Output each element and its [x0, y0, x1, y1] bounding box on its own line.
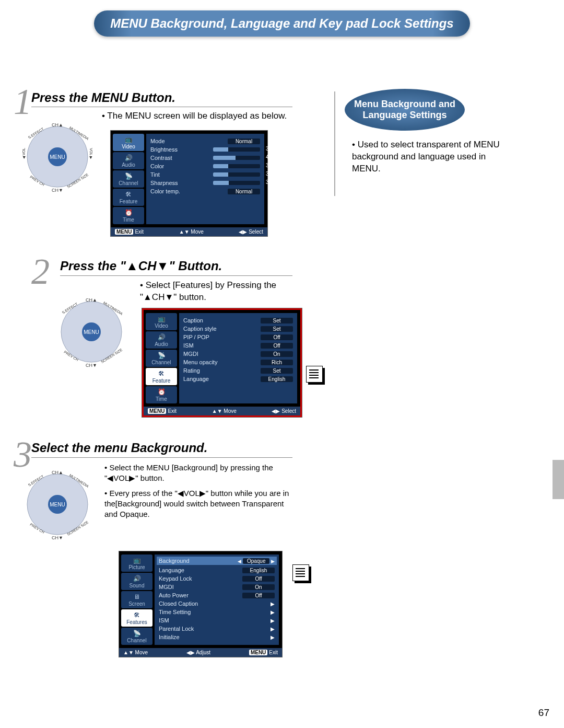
- svg-text:CH▲: CH▲: [52, 470, 63, 475]
- osd2-tab-video: 📺Video: [146, 313, 177, 330]
- page-number: 67: [538, 707, 549, 719]
- svg-text:CH▲: CH▲: [86, 297, 97, 303]
- osd2-footer: MENUExit ▲▼ Move ◀▶ Select: [144, 407, 300, 415]
- step3-heading: Select the menu Background.: [31, 441, 207, 455]
- osd3-tab-screen: 🖥Screen: [121, 591, 152, 608]
- osd1-footer: MENUExit ▲▼ Move ◀▶ Select: [111, 227, 267, 236]
- osd3-tab-channel: 📡Channel: [121, 628, 152, 645]
- page-edge-tab: [553, 460, 564, 499]
- note-icon-3: [292, 564, 309, 581]
- remote-illustration-2: MENU CH▲ CH▼ S.EFFECT MULTIMEDIA PREV CH…: [55, 295, 128, 368]
- osd1-tab-audio: 🔊Audio: [113, 152, 144, 169]
- osd1-tab-feature: 🛠Feature: [113, 189, 144, 206]
- sidebar: Menu Background and Language Settings • …: [345, 89, 501, 175]
- step1-rule: [31, 107, 292, 107]
- osd1-tabs: 📺Video 🔊Audio 📡Channel 🛠Feature ⏰Time: [111, 131, 146, 227]
- sidebar-divider: [334, 91, 335, 196]
- osd2-tab-time: ⏰Time: [146, 386, 177, 403]
- osd2-main: CaptionSet Caption styleSet PIP / POPOff…: [179, 313, 297, 403]
- step3-note2: • Every press of the "◀VOL▶" button whil…: [104, 488, 298, 520]
- osd3-footer: ▲▼ Move ◀▶ Adjust MENUExit: [119, 648, 282, 657]
- remote-illustration-3: MENU CH▲ CH▼ S.EFFECT MULTIMEDIA PREV CH…: [21, 468, 94, 541]
- sidebar-text: • Used to select transparent of MENU bac…: [352, 139, 501, 175]
- step2-heading: Press the "▲CH▼" Button.: [60, 259, 222, 273]
- step3-rule: [31, 457, 292, 458]
- svg-text:VOL ▶: VOL ▶: [89, 148, 93, 159]
- step2-note: • Select [Features] by Pressing the "▲CH…: [140, 280, 297, 304]
- osd1-tab-channel: 📡Channel: [113, 170, 144, 188]
- svg-text:MENU: MENU: [84, 329, 99, 335]
- note-icon-2: [306, 366, 323, 383]
- svg-text:◀ VOL: ◀ VOL: [22, 148, 26, 159]
- osd3-tab-features: 🛠Features: [121, 609, 152, 627]
- remote-illustration-1: MENU CH▲ CH▼ S.EFFECT MULTIMEDIA PREV CH…: [21, 120, 94, 193]
- osd2-tab-audio: 🔊Audio: [146, 331, 177, 349]
- osd1-tab-time: ⏰Time: [113, 207, 144, 224]
- step3-note1: • Select the MENU [Background] by pressi…: [104, 463, 298, 484]
- step1-heading: Press the MENU Button.: [31, 90, 175, 105]
- osd3-tabs: 📺Picture 🔊Sound 🖥Screen 🛠Features 📡Chann…: [119, 551, 155, 648]
- osd2-tab-feature: 🛠Feature: [146, 368, 177, 385]
- svg-text:CH▼: CH▼: [52, 188, 63, 193]
- osd2-tabs: 📺Video 🔊Audio 📡Channel 🛠Feature ⏰Time: [144, 310, 179, 407]
- svg-text:CH▼: CH▼: [52, 535, 63, 540]
- osd-screen-2: 📺Video 🔊Audio 📡Channel 🛠Feature ⏰Time Ca…: [142, 308, 302, 417]
- osd1-main: ModeNormal Brightness32 Contrast48 Color…: [146, 134, 264, 224]
- osd-screen-3: 📺Picture 🔊Sound 🖥Screen 🛠Features 📡Chann…: [119, 551, 282, 657]
- svg-text:CH▼: CH▼: [86, 363, 97, 368]
- osd3-tab-sound: 🔊Sound: [121, 573, 152, 590]
- osd3-main: Background◀ Opaque ▶ LanguageEnglish Key…: [155, 554, 279, 645]
- step-number-2: 2: [31, 251, 50, 293]
- svg-text:MENU: MENU: [50, 154, 65, 160]
- step3-notes: • Select the MENU [Background] by pressi…: [104, 463, 298, 519]
- svg-text:CH▲: CH▲: [52, 122, 63, 128]
- osd3-tab-picture: 📺Picture: [121, 554, 152, 572]
- osd2-tab-channel: 📡Channel: [146, 350, 177, 367]
- osd-screen-1: 📺Video 🔊Audio 📡Channel 🛠Feature ⏰Time Mo…: [111, 131, 267, 236]
- sidebar-heading-blob: Menu Background and Language Settings: [345, 89, 465, 131]
- svg-text:MENU: MENU: [50, 502, 65, 507]
- page-title: MENU Background, Language and Key pad Lo…: [94, 10, 470, 37]
- osd1-tab-video: 📺Video: [113, 134, 144, 151]
- step2-rule: [60, 275, 292, 276]
- step1-note: • The MENU screen will be displayed as b…: [102, 111, 287, 121]
- step-number-1: 1: [14, 81, 32, 123]
